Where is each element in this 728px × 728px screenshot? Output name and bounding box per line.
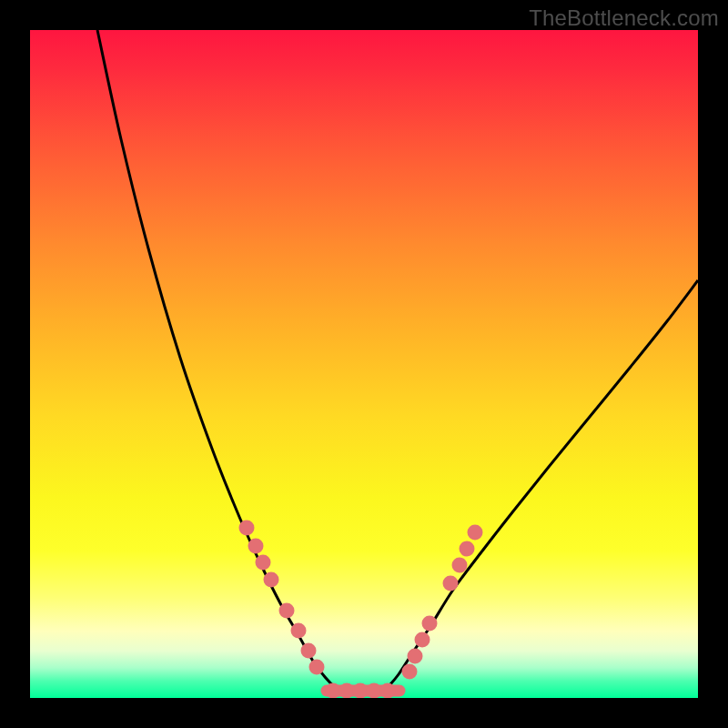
data-point bbox=[309, 660, 325, 675]
data-point bbox=[248, 539, 264, 554]
data-point bbox=[443, 576, 459, 592]
data-point bbox=[367, 683, 382, 699]
data-point bbox=[264, 572, 279, 588]
data-point bbox=[402, 664, 418, 680]
data-point bbox=[239, 521, 255, 536]
data-point bbox=[452, 558, 468, 573]
chart-svg bbox=[30, 30, 698, 698]
data-point bbox=[326, 683, 341, 699]
data-point bbox=[415, 632, 430, 648]
outer-frame: TheBottleneck.com bbox=[0, 0, 728, 728]
data-point bbox=[460, 541, 475, 557]
data-point bbox=[339, 683, 355, 699]
left-curve bbox=[97, 30, 344, 693]
data-point bbox=[291, 623, 307, 639]
data-point bbox=[468, 525, 483, 541]
watermark-text: TheBottleneck.com bbox=[529, 5, 719, 31]
data-point bbox=[279, 603, 295, 619]
data-point bbox=[422, 616, 438, 632]
data-point bbox=[380, 683, 396, 699]
data-point bbox=[256, 555, 271, 571]
data-point bbox=[301, 643, 317, 659]
data-point bbox=[353, 683, 369, 699]
plot-area bbox=[30, 30, 698, 698]
data-point bbox=[408, 649, 423, 664]
